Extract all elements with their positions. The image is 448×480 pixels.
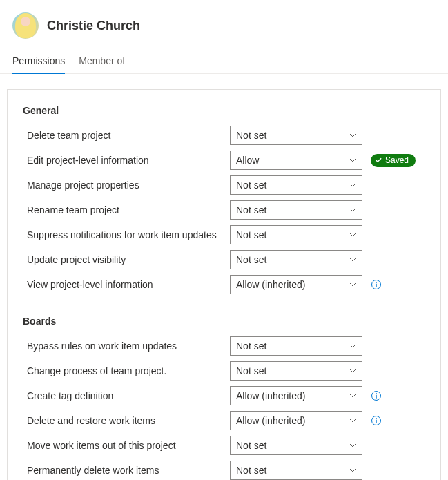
- tab-member-of[interactable]: Member of: [79, 51, 125, 73]
- permission-label-move-work-items-out-of-this-project: Move work items out of this project: [23, 440, 230, 451]
- permission-select-wrap: Allow: [230, 151, 362, 170]
- permission-label-edit-project-level-information: Edit project-level information: [23, 155, 230, 166]
- permission-select-update-project-visibility[interactable]: Not set: [230, 250, 362, 269]
- permission-select-wrap: Not set: [230, 461, 362, 480]
- permission-row: Suppress notifications for work item upd…: [23, 222, 425, 247]
- permission-select-bypass-rules-on-work-item-updates[interactable]: Not set: [230, 336, 362, 356]
- permission-label-delete-and-restore-work-items: Delete and restore work items: [23, 415, 230, 426]
- svg-point-4: [376, 393, 377, 394]
- svg-point-1: [376, 282, 377, 283]
- check-icon: [375, 156, 382, 164]
- permission-select-view-project-level-information[interactable]: Allow (inherited): [230, 275, 362, 294]
- permission-select-edit-project-level-information[interactable]: Allow: [230, 151, 362, 170]
- permission-label-manage-project-properties: Manage project properties: [23, 180, 230, 191]
- permission-row: Change process of team project.Not set: [23, 358, 425, 383]
- permission-row: Update project visibilityNot set: [23, 247, 425, 272]
- permission-select-suppress-notifications-for-work-item-updates[interactable]: Not set: [230, 225, 362, 244]
- permission-select-rename-team-project[interactable]: Not set: [230, 200, 362, 220]
- permission-select-wrap: Not set: [230, 336, 362, 356]
- permission-row: Delete and restore work itemsAllow (inhe…: [23, 408, 425, 433]
- permission-label-create-tag-definition: Create tag definition: [23, 390, 230, 401]
- section-title-boards: Boards: [23, 316, 425, 327]
- svg-rect-5: [376, 395, 376, 399]
- section-title-general: General: [23, 105, 425, 116]
- user-name: Christie Church: [47, 19, 140, 33]
- section-divider: Boards Bypass rules on work item updates…: [23, 300, 425, 480]
- permission-label-view-project-level-information: View project-level information: [23, 279, 230, 290]
- permission-row: Permanently delete work itemsNot set: [23, 458, 425, 480]
- permission-select-wrap: Allow (inherited): [230, 275, 362, 294]
- permission-row: Edit project-level informationAllowSaved: [23, 148, 425, 173]
- permission-select-wrap: Not set: [230, 436, 362, 455]
- permission-select-wrap: Allow (inherited): [230, 411, 362, 430]
- tabs: Permissions Member of: [0, 44, 448, 74]
- permission-select-wrap: Not set: [230, 361, 362, 381]
- permission-label-rename-team-project: Rename team project: [23, 204, 230, 215]
- permission-select-delete-and-restore-work-items[interactable]: Allow (inherited): [230, 411, 362, 430]
- saved-badge: Saved: [371, 154, 416, 167]
- permission-select-permanently-delete-work-items[interactable]: Not set: [230, 461, 362, 480]
- permission-label-bypass-rules-on-work-item-updates: Bypass rules on work item updates: [23, 340, 230, 352]
- permission-select-move-work-items-out-of-this-project[interactable]: Not set: [230, 436, 362, 455]
- permission-row: Delete team projectNot set: [23, 123, 425, 148]
- permissions-panel: General Delete team projectNot setEdit p…: [7, 89, 441, 480]
- permission-row: Manage project propertiesNot set: [23, 173, 425, 198]
- permission-select-wrap: Not set: [230, 200, 362, 220]
- info-icon[interactable]: [371, 390, 382, 401]
- permission-rows-general: Delete team projectNot setEdit project-l…: [23, 123, 425, 297]
- permission-select-wrap: Not set: [230, 250, 362, 269]
- permission-row: Move work items out of this projectNot s…: [23, 433, 425, 458]
- permission-rows-boards: Bypass rules on work item updatesNot set…: [23, 334, 425, 480]
- user-header: Christie Church: [0, 0, 448, 44]
- info-icon[interactable]: [371, 415, 382, 426]
- permission-label-delete-team-project: Delete team project: [23, 130, 230, 141]
- permission-select-manage-project-properties[interactable]: Not set: [230, 175, 362, 195]
- saved-badge-label: Saved: [385, 155, 409, 165]
- svg-point-7: [376, 418, 377, 419]
- info-icon[interactable]: [371, 279, 382, 290]
- tab-permissions[interactable]: Permissions: [12, 51, 65, 73]
- permission-row: Create tag definitionAllow (inherited): [23, 383, 425, 408]
- permission-label-update-project-visibility: Update project visibility: [23, 254, 230, 265]
- permission-row: Bypass rules on work item updatesNot set: [23, 334, 425, 358]
- svg-rect-8: [376, 420, 376, 423]
- permission-select-wrap: Not set: [230, 225, 362, 244]
- permission-label-change-process-of-team-project: Change process of team project.: [23, 365, 230, 376]
- permission-label-suppress-notifications-for-work-item-updates: Suppress notifications for work item upd…: [23, 229, 230, 240]
- permission-select-change-process-of-team-project[interactable]: Not set: [230, 361, 362, 381]
- permission-row: Rename team projectNot set: [23, 198, 425, 222]
- permission-row: View project-level informationAllow (inh…: [23, 272, 425, 297]
- permission-select-create-tag-definition[interactable]: Allow (inherited): [230, 386, 362, 405]
- permission-select-wrap: Not set: [230, 175, 362, 195]
- permission-select-wrap: Allow (inherited): [230, 386, 362, 405]
- permission-select-delete-team-project[interactable]: Not set: [230, 126, 362, 145]
- svg-rect-2: [376, 284, 376, 287]
- avatar: [12, 12, 39, 39]
- permission-label-permanently-delete-work-items: Permanently delete work items: [23, 465, 230, 476]
- permission-select-wrap: Not set: [230, 126, 362, 145]
